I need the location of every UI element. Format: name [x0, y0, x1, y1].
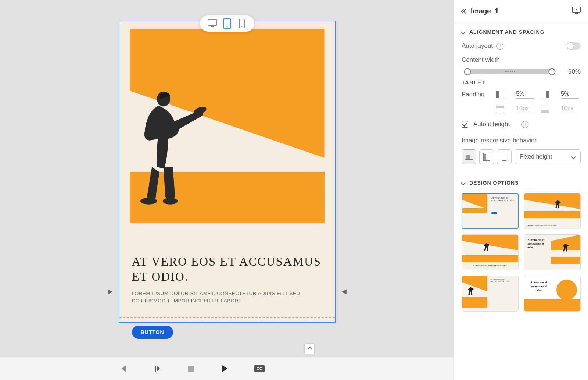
- device-toggle: [200, 15, 254, 32]
- info-icon[interactable]: i: [521, 121, 528, 128]
- padding-label: Padding: [462, 91, 491, 98]
- padding-bottom-input: [561, 105, 579, 113]
- design-option-1[interactable]: AT VERO EOS ET ACCUSAMUS ET ODIO.: [462, 193, 519, 229]
- padding-right-input[interactable]: [561, 90, 579, 99]
- panel-title: Image_1: [471, 7, 499, 15]
- design-options-header[interactable]: DESIGN OPTIONS: [462, 180, 581, 186]
- padding-top-input: [516, 105, 534, 113]
- svg-point-6: [140, 198, 157, 204]
- tablet-mini-icon: [483, 153, 490, 161]
- transport-bar: CC: [0, 357, 454, 380]
- poster-figure: [130, 89, 212, 205]
- phone-icon: [239, 19, 245, 28]
- section-title: DESIGN OPTIONS: [469, 180, 519, 186]
- play-button[interactable]: [220, 365, 229, 373]
- responsive-mode-value: Fixed height: [520, 153, 552, 160]
- artboard[interactable]: AT VERO EOS ET ACCUSAMUS ET ODIO. LOREM …: [119, 21, 336, 323]
- svg-point-15: [576, 9, 577, 10]
- svg-rect-10: [155, 366, 156, 372]
- alignment-spacing-header[interactable]: ALIGNMENT AND SPACING: [462, 29, 581, 35]
- phone-mini-icon: [502, 153, 506, 161]
- chevron-down-icon: [461, 30, 466, 35]
- properties-panel: Image_1 ALIGNMENT AND SPACING Auto layou…: [454, 0, 588, 380]
- desktop-mini-icon: [465, 154, 473, 160]
- stop-button[interactable]: [187, 365, 195, 372]
- headline-text[interactable]: AT VERO EOS ET ACCUSAMUS ET ODIO.: [132, 254, 322, 285]
- section-title: ALIGNMENT AND SPACING: [469, 29, 545, 35]
- auto-layout-toggle[interactable]: [567, 42, 581, 50]
- tablet-subhead: TABLET: [462, 79, 581, 85]
- padding-top-icon: [496, 106, 504, 113]
- responsive-phone-button[interactable]: [497, 149, 512, 164]
- svg-rect-0: [208, 20, 217, 25]
- step-forward-icon: [154, 365, 162, 373]
- desktop-icon: [208, 19, 217, 28]
- captions-button[interactable]: CC: [254, 365, 265, 372]
- poster-image[interactable]: [130, 29, 325, 244]
- design-option-6[interactable]: At vero eos et accusamus et odio.: [524, 276, 581, 312]
- padding-left-input[interactable]: [516, 90, 534, 99]
- content-width-label: Content width: [462, 56, 581, 64]
- cta-button[interactable]: BUTTON: [132, 326, 173, 339]
- play-icon: [220, 365, 229, 373]
- info-icon[interactable]: i: [496, 43, 503, 50]
- canvas-area: e: [0, 0, 454, 380]
- step-back-icon: [120, 365, 128, 373]
- autofit-height-checkbox[interactable]: [462, 121, 468, 128]
- svg-point-2: [226, 26, 227, 28]
- subheadline-text[interactable]: LOREM IPSUM DOLOR SIT AMET, CONSECTETUR …: [132, 290, 305, 305]
- cc-icon: CC: [254, 365, 265, 372]
- padding-bottom-icon: [541, 106, 549, 113]
- autofit-height-label: Autofit height: [473, 121, 510, 128]
- svg-point-7: [163, 198, 178, 204]
- chevron-down-icon: [461, 181, 466, 185]
- auto-layout-label: Auto layout: [462, 42, 493, 50]
- responsive-mode-dropdown[interactable]: Fixed height: [514, 149, 581, 164]
- content-width-value: 90%: [564, 68, 581, 75]
- design-option-5[interactable]: AT VERO EOS ET ACCUSAMUS ET ODIO.: [462, 276, 519, 312]
- svg-rect-11: [188, 366, 194, 372]
- device-phone-button[interactable]: [237, 18, 247, 29]
- padding-right-icon: [541, 91, 549, 98]
- monitor-icon: [572, 7, 581, 14]
- chevron-up-icon: [307, 347, 312, 351]
- responsive-desktop-button[interactable]: [462, 149, 476, 164]
- svg-rect-9: [125, 366, 126, 372]
- padding-left-icon: [496, 91, 504, 98]
- device-desktop-button[interactable]: [207, 18, 218, 29]
- content-width-slider[interactable]: [462, 68, 558, 75]
- chevron-down-icon: [571, 155, 576, 159]
- fold-handle-right[interactable]: ◀: [341, 287, 347, 295]
- svg-text:CC: CC: [257, 366, 262, 371]
- collapse-panel-button[interactable]: [462, 10, 467, 13]
- fold-handle-left[interactable]: ▶: [108, 287, 113, 295]
- panel-collapse-button[interactable]: [304, 343, 315, 354]
- responsive-behavior-label: Image responsive behavior: [462, 137, 581, 144]
- design-option-3[interactable]: At vero eos et accusamus et odio.: [462, 234, 519, 270]
- stop-icon: [187, 365, 195, 372]
- design-option-2[interactable]: At vero eos et accusamus et odio.: [524, 193, 581, 229]
- design-option-4[interactable]: At vero eos et accusamus et odio.: [524, 234, 581, 270]
- responsive-tablet-button[interactable]: [479, 149, 494, 164]
- alignment-spacing-section: ALIGNMENT AND SPACING Auto layout i Cont…: [454, 22, 588, 173]
- svg-point-4: [241, 26, 242, 27]
- design-options-section: DESIGN OPTIONS AT VERO EOS ET ACCUSAMUS …: [454, 173, 588, 320]
- view-options-button[interactable]: [572, 7, 581, 15]
- tablet-icon: [223, 18, 231, 29]
- device-tablet-button[interactable]: [222, 18, 232, 29]
- step-forward-button[interactable]: [154, 365, 162, 373]
- step-back-button[interactable]: [120, 365, 128, 373]
